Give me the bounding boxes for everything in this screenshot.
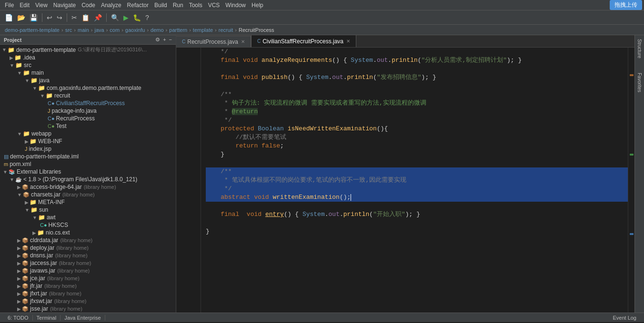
breadcrumb-java[interactable]: java — [94, 27, 104, 33]
tree-item-jar1[interactable]: ▶ 📦 access-bridge-64.jar (library home) — [0, 183, 176, 191]
breadcrumb-main[interactable]: main — [78, 27, 89, 33]
toolbar-cut[interactable]: ✂ — [70, 13, 79, 22]
code-line: //默认不需要笔试 — [206, 133, 628, 142]
toolbar-save[interactable]: 💾 — [28, 13, 40, 22]
status-event-log[interactable]: Event Log — [609, 315, 640, 321]
tree-item[interactable]: ▼ 📁 src — [0, 61, 176, 69]
tree-item-jaccess[interactable]: ▶ 📦 jaccess.jar (library home) — [0, 259, 176, 267]
tree-item-webapp[interactable]: ▼ 📁 webapp — [0, 130, 176, 137]
tree-item[interactable]: ▼ 📁 com.gaoxinfu.demo.parttern.template — [0, 84, 176, 92]
tree-item-jar2[interactable]: ▼ 📦 charsets.jar (library home) — [0, 191, 176, 198]
side-tab-favorites[interactable]: Favorites — [637, 71, 642, 94]
sidebar-gear-icon[interactable]: ⚙ — [155, 37, 160, 43]
tree-item-cldr[interactable]: ▶ 📦 cldrdata.jar (library home) — [0, 236, 176, 244]
breadcrumb: demo-parttern-template › src › main › ja… — [0, 25, 644, 35]
tab-civilianstaff-close[interactable]: ✕ — [346, 39, 350, 44]
menu-help[interactable]: Help — [252, 2, 263, 9]
sidebar-minus-icon[interactable]: − — [169, 37, 172, 43]
sidebar-plus-icon[interactable]: + — [163, 37, 166, 43]
status-java-enterprise[interactable]: Java Enterprise — [60, 315, 105, 321]
breadcrumb-gaoxinfu[interactable]: gaoxinfu — [125, 27, 145, 33]
code-text[interactable]: */ final void analyzeRequirements() { Sy… — [201, 48, 628, 313]
breadcrumb-demo[interactable]: demo — [151, 27, 164, 33]
toolbar-redo[interactable]: ↪ — [55, 13, 64, 22]
tree-item[interactable]: ▼ 📁 recruit — [0, 92, 176, 99]
tree-item-pom[interactable]: m pom.xml — [0, 160, 176, 168]
upload-button[interactable]: 拖拽上传 — [610, 0, 642, 10]
toolbar-help[interactable]: ? — [143, 13, 151, 22]
status-todo[interactable]: 6: TODO — [4, 315, 33, 321]
tree-item-iml[interactable]: ▤ demo-parttern-template.iml — [0, 153, 176, 160]
tree-item-awt[interactable]: ▼ 📁 awt — [0, 214, 176, 221]
jar-icon: 📦 — [22, 253, 29, 259]
tree-item-deploy[interactable]: ▶ 📦 deploy.jar (library home) — [0, 244, 176, 252]
tree-item[interactable]: ▼ 📁 demo-parttern-template G:\课程每日跟进\201… — [0, 46, 176, 54]
breadcrumb-src[interactable]: src — [65, 27, 72, 33]
toolbar-open[interactable]: 📂 — [15, 13, 27, 22]
line-numbers — [184, 48, 201, 313]
menu-edit[interactable]: Edit — [20, 2, 30, 9]
tree-label: package-info.java — [52, 108, 97, 114]
code-editor[interactable]: */ final void analyzeRequirements() { Sy… — [176, 48, 634, 313]
tree-item-civilianstaff[interactable]: C● CivilianStaffRecruitProcess — [0, 99, 176, 107]
toolbar-undo[interactable]: ↩ — [45, 13, 54, 22]
tree-item-jce[interactable]: ▶ 📦 jce.jar (library home) — [0, 274, 176, 282]
tree-item-test[interactable]: C● Test — [0, 122, 176, 130]
tab-recruitprocess[interactable]: C RecruitProcess.java ✕ — [176, 36, 251, 47]
tree-item-jsse[interactable]: ▶ 📦 jsse.jar (library home) — [0, 305, 176, 313]
toolbar-copy[interactable]: 📋 — [80, 13, 91, 22]
menu-build[interactable]: Build — [154, 2, 167, 9]
side-tab-structure[interactable]: Structure — [637, 37, 642, 60]
tree-item-metainf[interactable]: ▶ 📁 META-INF — [0, 198, 176, 206]
breadcrumb-root[interactable]: demo-parttern-template — [5, 27, 60, 33]
tree-item-indexjsp[interactable]: J index.jsp — [0, 145, 176, 153]
menu-refactor[interactable]: Refactor — [127, 2, 149, 9]
toolbar-find[interactable]: 🔍 — [109, 13, 121, 22]
tree-item[interactable]: ▶ 📁 .idea — [0, 54, 176, 61]
sidebar: Project ⚙ + − ▼ 📁 demo-parttern-template… — [0, 35, 176, 313]
tree-item-dnsns[interactable]: ▶ 📦 dnsns.jar (library home) — [0, 252, 176, 259]
toolbar-run[interactable]: ▶ — [121, 13, 131, 22]
code-line: */ — [206, 116, 628, 125]
tree-item-nio[interactable]: ▶ 📁 nio.cs.ext — [0, 229, 176, 236]
menu-file[interactable]: File — [5, 2, 14, 9]
tree-item-recruitprocess[interactable]: C● RecruitProcess — [0, 115, 176, 122]
tab-recruitprocess-close[interactable]: ✕ — [241, 39, 245, 44]
breadcrumb-parttern[interactable]: parttern — [169, 27, 187, 33]
tree-item-extlibs[interactable]: ▼ 📚 External Libraries — [0, 168, 176, 176]
toolbar-paste[interactable]: 📌 — [92, 13, 104, 22]
toolbar-debug[interactable]: 🐛 — [131, 13, 143, 22]
menu-run[interactable]: Run — [173, 2, 183, 9]
menu-window[interactable]: Window — [225, 2, 246, 9]
breadcrumb-class[interactable]: RecruitProcess — [239, 27, 274, 33]
breadcrumb-template[interactable]: template — [193, 27, 213, 33]
menu-navigate[interactable]: Navigate — [53, 2, 76, 9]
tree-item[interactable]: ▼ 📁 java — [0, 77, 176, 84]
tree-item-webinf[interactable]: ▶ 📁 WEB-INF — [0, 137, 176, 145]
class-icon: C● — [48, 116, 55, 121]
menu-view[interactable]: View — [35, 2, 48, 9]
class-icon: C● — [48, 123, 55, 129]
tree-item-packageinfo[interactable]: J package-info.java — [0, 107, 176, 115]
menu-analyze[interactable]: Analyze — [101, 2, 121, 9]
tree-item-jfxswt[interactable]: ▶ 📦 jfxswt.jar (library home) — [0, 297, 176, 305]
tree-item-hkscs[interactable]: C● HKSCS — [0, 221, 176, 229]
tab-civilianstaff[interactable]: C CivilianStaffRecruitProcess.java ✕ — [251, 35, 356, 47]
status-terminal[interactable]: Terminal — [33, 315, 61, 321]
menu-code[interactable]: Code — [81, 2, 95, 9]
expand-icon: ▼ — [25, 207, 30, 213]
menu-vcs[interactable]: VCS — [208, 2, 220, 9]
tree-item-javaws[interactable]: ▶ 📦 javaws.jar (library home) — [0, 267, 176, 274]
breadcrumb-recruit[interactable]: recruit — [219, 27, 233, 33]
tree-item-sun[interactable]: ▼ 📁 sun — [0, 206, 176, 214]
sidebar-title: Project — [4, 37, 21, 43]
tree-item-jdk[interactable]: ▼ ☕ < 1.8 > (D:\Program Files\Java\jdk1.… — [0, 176, 176, 183]
breadcrumb-com[interactable]: com — [110, 27, 120, 33]
tree-item-jfxrt[interactable]: ▶ 📦 jfxrt.jar (library home) — [0, 290, 176, 297]
toolbar-new[interactable]: 📄 — [3, 13, 15, 22]
tree-label: .idea — [23, 54, 35, 61]
tree-item-jfr[interactable]: ▶ 📦 jfr.jar (library home) — [0, 282, 176, 290]
jar-icon: 📦 — [22, 283, 29, 289]
menu-tools[interactable]: Tools — [189, 2, 202, 9]
tree-item[interactable]: ▼ 📁 main — [0, 69, 176, 77]
